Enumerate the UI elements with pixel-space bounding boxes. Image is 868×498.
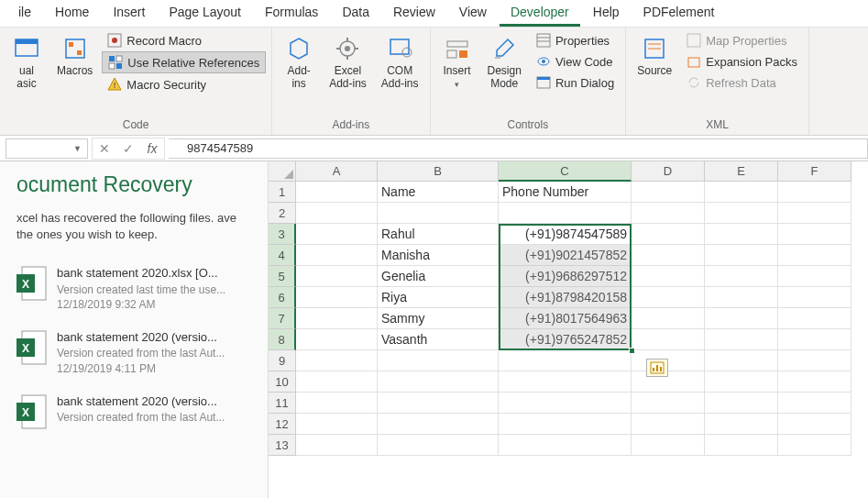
cell-f9[interactable]: [778, 350, 852, 371]
formula-input[interactable]: 9874547589: [169, 138, 868, 159]
col-header-c[interactable]: C: [499, 161, 632, 182]
tab-developer[interactable]: Developer: [500, 0, 580, 27]
cell-c13[interactable]: [499, 435, 632, 456]
tab-pdfelement[interactable]: PDFelement: [632, 0, 726, 27]
cell-f6[interactable]: [778, 287, 852, 308]
cell-b13[interactable]: [378, 435, 499, 456]
cell-d13[interactable]: [632, 435, 705, 456]
visual-basic-button[interactable]: ualasic: [5, 30, 48, 94]
row-header-13[interactable]: 13: [269, 435, 296, 456]
cell-e13[interactable]: [705, 435, 778, 456]
macro-security-button[interactable]: ! Macro Security: [102, 74, 266, 94]
cell-e9[interactable]: [705, 350, 778, 371]
cell-f7[interactable]: [778, 308, 852, 329]
row-header-7[interactable]: 7: [269, 308, 296, 329]
source-button[interactable]: Source: [632, 30, 677, 82]
row-header-5[interactable]: 5: [269, 266, 296, 287]
row-header-1[interactable]: 1: [269, 182, 296, 203]
name-box[interactable]: ▼: [5, 138, 88, 159]
cell-c10[interactable]: [499, 371, 632, 393]
col-header-e[interactable]: E: [705, 161, 778, 182]
cell-d11[interactable]: [632, 393, 705, 414]
quick-analysis-button[interactable]: [646, 359, 668, 377]
tab-formulas[interactable]: Formulas: [254, 0, 329, 27]
cell-a13[interactable]: [296, 435, 378, 456]
design-mode-button[interactable]: DesignMode: [482, 30, 527, 94]
recovery-file-item[interactable]: X bank statement 2020 (versio... Version…: [16, 393, 251, 430]
cell-a9[interactable]: [296, 350, 378, 371]
cell-a3[interactable]: [296, 224, 378, 245]
row-header-11[interactable]: 11: [269, 393, 296, 414]
tab-file[interactable]: ile: [7, 0, 42, 27]
cell-d6[interactable]: [632, 287, 705, 308]
cell-c12[interactable]: [499, 414, 632, 435]
excel-addins-button[interactable]: ExcelAdd-ins: [324, 30, 372, 94]
cell-e1[interactable]: [705, 182, 778, 203]
tab-home[interactable]: Home: [44, 0, 100, 27]
row-header-12[interactable]: 12: [269, 414, 296, 435]
cell-c4[interactable]: (+91)9021457852: [499, 245, 632, 266]
cell-f10[interactable]: [778, 371, 852, 393]
row-header-3[interactable]: 3: [269, 224, 296, 245]
cell-c11[interactable]: [499, 393, 632, 414]
cell-c3[interactable]: (+91)9874547589: [499, 224, 632, 245]
cell-b6[interactable]: Riya: [378, 287, 499, 308]
use-relative-references-button[interactable]: Use Relative References: [102, 51, 266, 73]
cell-d10[interactable]: [632, 371, 705, 393]
tab-review[interactable]: Review: [382, 0, 446, 27]
cell-a2[interactable]: [296, 203, 378, 224]
tab-data[interactable]: Data: [331, 0, 380, 27]
cell-f8[interactable]: [778, 329, 852, 350]
cell-e11[interactable]: [705, 393, 778, 414]
cell-f12[interactable]: [778, 414, 852, 435]
cell-a8[interactable]: [296, 329, 378, 350]
cell-a11[interactable]: [296, 393, 378, 414]
cell-a6[interactable]: [296, 287, 378, 308]
cell-e5[interactable]: [705, 266, 778, 287]
fill-handle[interactable]: [629, 348, 635, 354]
cell-f5[interactable]: [778, 266, 852, 287]
cell-d8[interactable]: [632, 329, 705, 350]
macros-button[interactable]: Macros: [51, 30, 98, 82]
row-header-2[interactable]: 2: [269, 203, 296, 224]
cell-a4[interactable]: [296, 245, 378, 266]
cell-e2[interactable]: [705, 203, 778, 224]
cell-c8[interactable]: (+91)9765247852: [499, 329, 632, 350]
cell-b11[interactable]: [378, 393, 499, 414]
view-code-button[interactable]: View Code: [531, 51, 620, 72]
cell-d5[interactable]: [632, 266, 705, 287]
cell-e12[interactable]: [705, 414, 778, 435]
cell-e8[interactable]: [705, 329, 778, 350]
cell-b7[interactable]: Sammy: [378, 308, 499, 329]
tab-page-layout[interactable]: Page Layout: [158, 0, 252, 27]
select-all-corner[interactable]: [269, 161, 296, 182]
cell-b12[interactable]: [378, 414, 499, 435]
row-header-4[interactable]: 4: [269, 245, 296, 266]
col-header-a[interactable]: A: [296, 161, 378, 182]
cell-f3[interactable]: [778, 224, 852, 245]
record-macro-button[interactable]: Record Macro: [102, 30, 266, 50]
recovery-file-item[interactable]: X bank statement 2020 (versio... Version…: [16, 329, 251, 377]
row-header-10[interactable]: 10: [269, 371, 296, 393]
cell-b5[interactable]: Genelia: [378, 266, 499, 287]
cell-a12[interactable]: [296, 414, 378, 435]
cancel-formula-button[interactable]: ✕: [93, 138, 116, 159]
cell-e3[interactable]: [705, 224, 778, 245]
controls-insert-button[interactable]: Insert▾: [436, 30, 478, 94]
row-header-6[interactable]: 6: [269, 287, 296, 308]
cell-c6[interactable]: (+91)8798420158: [499, 287, 632, 308]
cell-a1[interactable]: [296, 182, 378, 203]
chevron-down-icon[interactable]: ▼: [73, 144, 82, 153]
cell-b2[interactable]: [378, 203, 499, 224]
cell-c9[interactable]: [499, 350, 632, 371]
cell-e7[interactable]: [705, 308, 778, 329]
cell-d4[interactable]: [632, 245, 705, 266]
cell-c2[interactable]: [499, 203, 632, 224]
cell-b9[interactable]: [378, 350, 499, 371]
cell-d9[interactable]: [632, 350, 705, 371]
col-header-b[interactable]: B: [378, 161, 499, 182]
tab-insert[interactable]: Insert: [102, 0, 156, 27]
cell-f1[interactable]: [778, 182, 852, 203]
cell-e4[interactable]: [705, 245, 778, 266]
enter-formula-button[interactable]: ✓: [116, 138, 140, 159]
